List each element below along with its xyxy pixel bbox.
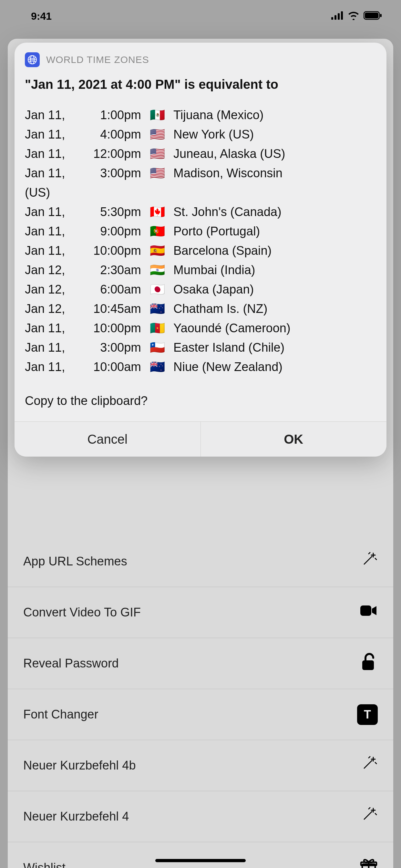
tz-time: 10:00am [76, 357, 141, 376]
tz-time: 3:00pm [76, 338, 141, 357]
clipboard-prompt: Copy to the clipboard? [14, 382, 387, 422]
flag-icon: 🇨🇦 [141, 202, 174, 221]
tz-date: Jan 11, [25, 221, 76, 241]
tz-date: Jan 11, [25, 318, 76, 338]
timezone-row: Jan 12,2:30am🇮🇳Mumbai (India) [25, 260, 376, 280]
alert-app-name: WORLD TIME ZONES [46, 54, 149, 65]
timezone-row: Jan 12,10:45am🇳🇿Chatham Is. (NZ) [25, 299, 376, 318]
timezone-list: Jan 11,1:00pm🇲🇽Tijuana (Mexico)Jan 11,4:… [14, 105, 387, 382]
alert-dialog: WORLD TIME ZONES "Jan 11, 2021 at 4:00 P… [14, 42, 387, 457]
flag-icon: 🇨🇲 [141, 318, 174, 338]
tz-date: Jan 11, [25, 125, 76, 144]
timezone-row: Jan 11,10:00pm🇪🇸Barcelona (Spain) [25, 241, 376, 260]
timezone-row: Jan 11,5:30pm🇨🇦St. John's (Canada) [25, 202, 376, 221]
tz-time: 4:00pm [76, 125, 141, 144]
tz-date: Jan 11, [25, 202, 76, 221]
tz-time: 12:00pm [76, 144, 141, 163]
tz-time: 9:00pm [76, 221, 141, 241]
tz-date: Jan 12, [25, 299, 76, 318]
flag-icon: 🇺🇸 [141, 125, 174, 144]
timezone-row: Jan 11,3:00pm🇺🇸Madison, Wisconsin(US) [25, 163, 376, 202]
tz-city: Juneau, Alaska (US) [174, 144, 376, 163]
ok-button[interactable]: OK [201, 422, 387, 457]
cancel-button[interactable]: Cancel [14, 422, 201, 457]
tz-date: Jan 11, [25, 144, 76, 163]
timezone-row: Jan 11,10:00pm🇨🇲Yaoundé (Cameroon) [25, 318, 376, 338]
flag-icon: 🇨🇱 [141, 338, 174, 357]
tz-city: Porto (Portugal) [174, 221, 376, 241]
flag-icon: 🇯🇵 [141, 280, 174, 299]
tz-city: Yaoundé (Cameroon) [174, 318, 376, 338]
flag-icon: 🇳🇿 [141, 299, 174, 318]
globe-icon [25, 52, 40, 67]
timezone-row: Jan 12,6:00am🇯🇵Osaka (Japan) [25, 280, 376, 299]
timezone-row: Jan 11,4:00pm🇺🇸New York (US) [25, 125, 376, 144]
tz-city: Osaka (Japan) [174, 280, 376, 299]
timezone-row: Jan 11,3:00pm🇨🇱Easter Island (Chile) [25, 338, 376, 357]
flag-icon: 🇮🇳 [141, 260, 174, 280]
tz-date: Jan 12, [25, 260, 76, 280]
tz-date: Jan 11, [25, 241, 76, 260]
flag-icon: 🇲🇽 [141, 105, 174, 125]
tz-city-wrap: (US) [25, 183, 376, 202]
timezone-row: Jan 11,9:00pm🇵🇹Porto (Portugal) [25, 221, 376, 241]
tz-time: 10:45am [76, 299, 141, 318]
tz-time: 2:30am [76, 260, 141, 280]
tz-city: Mumbai (India) [174, 260, 376, 280]
tz-date: Jan 11, [25, 357, 76, 376]
tz-time: 10:00pm [76, 318, 141, 338]
tz-date: Jan 12, [25, 280, 76, 299]
timezone-row: Jan 11,1:00pm🇲🇽Tijuana (Mexico) [25, 105, 376, 125]
home-indicator[interactable] [155, 859, 246, 862]
alert-button-row: Cancel OK [14, 422, 387, 457]
flag-icon: 🇺🇸 [141, 163, 174, 183]
tz-city: Chatham Is. (NZ) [174, 299, 376, 318]
flag-icon: 🇳🇿 [141, 357, 174, 376]
timezone-row: Jan 11,10:00am🇳🇿Niue (New Zealand) [25, 357, 376, 376]
tz-date: Jan 11, [25, 338, 76, 357]
flag-icon: 🇺🇸 [141, 144, 174, 163]
tz-time: 5:30pm [76, 202, 141, 221]
tz-time: 3:00pm [76, 163, 141, 183]
tz-city: St. John's (Canada) [174, 202, 376, 221]
tz-city: Madison, Wisconsin [174, 163, 376, 183]
tz-date: Jan 11, [25, 105, 76, 125]
tz-time: 6:00am [76, 280, 141, 299]
tz-city: New York (US) [174, 125, 376, 144]
tz-time: 10:00pm [76, 241, 141, 260]
tz-time: 1:00pm [76, 105, 141, 125]
tz-city: Barcelona (Spain) [174, 241, 376, 260]
flag-icon: 🇵🇹 [141, 221, 174, 241]
tz-city: Tijuana (Mexico) [174, 105, 376, 125]
tz-city: Easter Island (Chile) [174, 338, 376, 357]
timezone-row: Jan 11,12:00pm🇺🇸Juneau, Alaska (US) [25, 144, 376, 163]
alert-title: "Jan 11, 2021 at 4:00 PM" is equivalent … [14, 72, 387, 105]
flag-icon: 🇪🇸 [141, 241, 174, 260]
tz-date: Jan 11, [25, 163, 76, 183]
alert-header: WORLD TIME ZONES [14, 42, 387, 72]
tz-city: Niue (New Zealand) [174, 357, 376, 376]
